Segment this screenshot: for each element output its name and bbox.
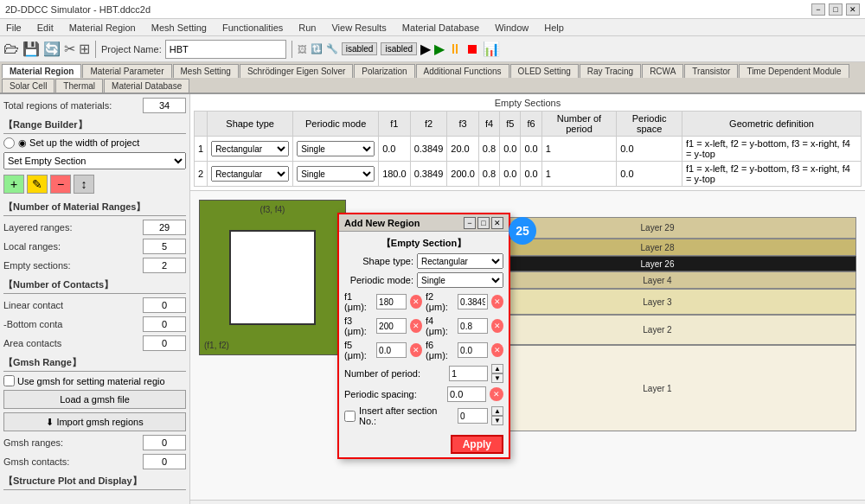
shape-type-select[interactable]: Rectangular Circular Triangular bbox=[417, 253, 503, 269]
inner-rectangle bbox=[229, 230, 316, 325]
spacing-clear[interactable]: ✕ bbox=[490, 387, 503, 401]
insert-checkbox[interactable] bbox=[344, 411, 356, 422]
row2-f4: 0.8 bbox=[478, 162, 499, 187]
layered-ranges-row: Layered ranges: bbox=[3, 220, 186, 235]
row1-shape-type[interactable]: Rectangular bbox=[208, 137, 293, 162]
layered-ranges-input[interactable] bbox=[143, 220, 186, 235]
dialog-titlebar: Add New Region − □ ✕ bbox=[339, 214, 509, 232]
use-gmsh-row: Use gmsh for setting material regio bbox=[3, 375, 186, 386]
gmsh-contacts-input[interactable] bbox=[143, 454, 186, 469]
f3-input[interactable] bbox=[376, 318, 407, 334]
num-period-input[interactable] bbox=[449, 366, 488, 381]
menu-help[interactable]: Help bbox=[541, 22, 567, 33]
tab-schrodinger[interactable]: Schrödinger Eigen Solver bbox=[240, 64, 353, 78]
tab-solar-cell[interactable]: Solar Cell bbox=[2, 79, 54, 93]
tab-rcwa[interactable]: RCWA bbox=[642, 64, 683, 78]
tab-material-database[interactable]: Material Database bbox=[104, 79, 189, 93]
f2-input[interactable] bbox=[458, 294, 488, 309]
add-button[interactable]: + bbox=[3, 175, 24, 194]
menu-run[interactable]: Run bbox=[296, 22, 318, 33]
stop-btn[interactable]: ⏹ bbox=[465, 41, 479, 57]
row2-f5: 0.0 bbox=[500, 162, 521, 187]
tab-material-parameter[interactable]: Material Parameter bbox=[82, 64, 171, 78]
menu-material-database[interactable]: Material Database bbox=[400, 22, 482, 33]
f6-clear[interactable]: ✕ bbox=[491, 343, 503, 357]
minimize-button[interactable]: − bbox=[811, 3, 825, 16]
f1-label: f1 (μm): bbox=[344, 291, 373, 312]
tab-mesh-setting[interactable]: Mesh Setting bbox=[173, 64, 239, 78]
move-button[interactable]: ↕ bbox=[74, 175, 94, 194]
menu-mesh-setting[interactable]: Mesh Setting bbox=[149, 22, 209, 33]
menu-window[interactable]: Window bbox=[492, 22, 531, 33]
gmsh-ranges-input[interactable] bbox=[143, 435, 186, 450]
menu-material-region[interactable]: Material Region bbox=[67, 22, 138, 33]
play-btn[interactable]: ▶ bbox=[420, 41, 431, 57]
num-period-spinner[interactable]: ▲ ▼ bbox=[491, 364, 503, 383]
tab-thermal[interactable]: Thermal bbox=[55, 79, 103, 93]
col-shape-type: Shape type bbox=[208, 112, 293, 137]
f6-input[interactable] bbox=[458, 342, 488, 358]
insert-spinner[interactable]: ▲ ▼ bbox=[491, 406, 503, 425]
import-gmsh-button[interactable]: ⬇ Import gmsh regions bbox=[3, 412, 186, 431]
pause-btn[interactable]: ⏸ bbox=[448, 41, 462, 57]
tab-oled-setting[interactable]: OLED Setting bbox=[510, 64, 579, 78]
dialog-bottom: Apply bbox=[339, 431, 509, 457]
menu-edit[interactable]: Edit bbox=[35, 22, 56, 33]
f4-input[interactable] bbox=[458, 318, 488, 334]
set-width-radio[interactable] bbox=[3, 137, 15, 149]
row1-periodic-mode[interactable]: Single bbox=[293, 137, 379, 162]
f4-clear[interactable]: ✕ bbox=[491, 319, 503, 333]
chart-btn[interactable]: 📊 bbox=[483, 41, 500, 57]
tab-polarization[interactable]: Polarization bbox=[354, 64, 414, 78]
periodic-spacing-input[interactable] bbox=[447, 386, 486, 402]
disabled-btn1: isabled bbox=[342, 42, 378, 55]
menu-view-results[interactable]: View Results bbox=[329, 22, 388, 33]
row2-f6: 0.0 bbox=[521, 162, 541, 187]
play-btn2[interactable]: ▶ bbox=[434, 41, 445, 57]
load-gmsh-button[interactable]: Load a gmsh file bbox=[3, 390, 186, 409]
dialog-minimize[interactable]: − bbox=[464, 217, 476, 229]
dialog-maximize[interactable]: □ bbox=[477, 217, 490, 229]
f3-clear[interactable]: ✕ bbox=[410, 319, 422, 333]
f2-clear[interactable]: ✕ bbox=[491, 295, 503, 309]
layered-ranges-label: Layered ranges: bbox=[3, 222, 73, 233]
set-width-row: ◉ Set up the width of project bbox=[3, 137, 186, 149]
close-button[interactable]: ✕ bbox=[846, 3, 860, 16]
f5-clear[interactable]: ✕ bbox=[410, 343, 422, 357]
tab-transistor[interactable]: Transistor bbox=[684, 64, 738, 78]
empty-sections-input[interactable] bbox=[143, 258, 186, 273]
maximize-button[interactable]: □ bbox=[829, 3, 843, 16]
edit-button[interactable]: ✎ bbox=[27, 175, 48, 194]
area-contact-input[interactable] bbox=[143, 335, 186, 351]
row2-f3: 200.0 bbox=[447, 162, 479, 187]
dialog-close[interactable]: ✕ bbox=[491, 217, 503, 229]
project-name-input[interactable] bbox=[165, 40, 286, 59]
periodic-mode-select[interactable]: Single Double bbox=[417, 272, 503, 288]
bottom-contact-input[interactable] bbox=[143, 316, 186, 332]
linear-contact-input[interactable] bbox=[143, 297, 186, 313]
empty-section-select[interactable]: Set Empty Section bbox=[3, 152, 186, 169]
row2-periodic-mode[interactable]: Single bbox=[293, 162, 379, 187]
insert-input[interactable] bbox=[458, 408, 488, 424]
f1-clear[interactable]: ✕ bbox=[410, 295, 422, 309]
layer-4: Layer 4 bbox=[458, 271, 856, 289]
delete-button[interactable]: − bbox=[50, 175, 71, 194]
menu-functionalities[interactable]: Functionalities bbox=[220, 22, 285, 33]
badge-1-value: 25 bbox=[516, 224, 529, 238]
f5-input[interactable] bbox=[376, 342, 407, 358]
total-regions-input[interactable] bbox=[143, 98, 186, 113]
menu-bar: File Edit Material Region Mesh Setting F… bbox=[0, 19, 865, 36]
tab-time-dependent[interactable]: Time Dependent Module bbox=[739, 64, 849, 78]
periodic-mode-row: Periodic mode: Single Double bbox=[344, 272, 503, 288]
f1-input[interactable] bbox=[376, 294, 407, 309]
use-gmsh-checkbox[interactable] bbox=[3, 375, 15, 386]
tab-ray-tracing[interactable]: Ray Tracing bbox=[580, 64, 641, 78]
menu-file[interactable]: File bbox=[3, 22, 24, 33]
row2-shape-type[interactable]: Rectangular bbox=[208, 162, 293, 187]
local-ranges-input[interactable] bbox=[143, 239, 186, 254]
tab-material-region[interactable]: Material Region bbox=[2, 64, 81, 78]
apply-button[interactable]: Apply bbox=[451, 435, 503, 454]
layer-1: Layer 1 bbox=[458, 345, 856, 431]
project-name-label: Project Name: bbox=[101, 44, 162, 54]
tab-additional-functions[interactable]: Additional Functions bbox=[416, 64, 509, 78]
